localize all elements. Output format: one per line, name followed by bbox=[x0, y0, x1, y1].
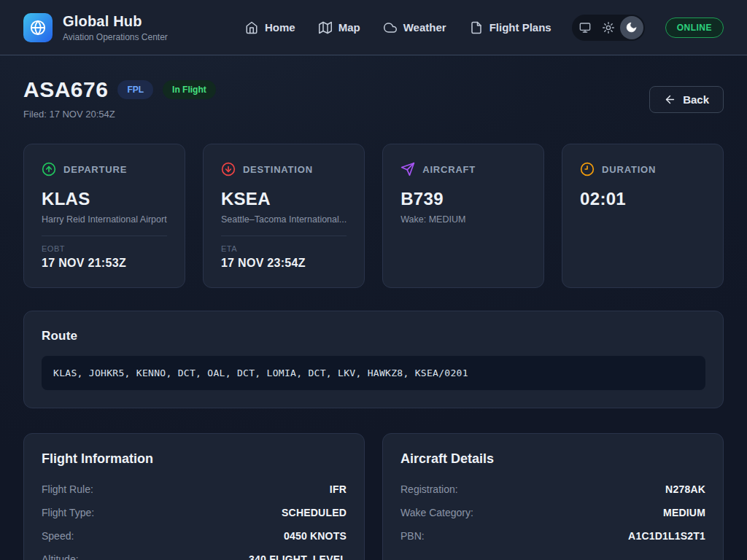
row-value: IFR bbox=[330, 483, 347, 497]
theme-dark-button[interactable] bbox=[620, 16, 643, 39]
flight-status-badge: In Flight bbox=[163, 80, 216, 99]
eta-label: ETA bbox=[221, 244, 347, 253]
row-label: Speed: bbox=[42, 529, 74, 543]
detail-row-registration: Registration: N278AK bbox=[400, 483, 705, 497]
destination-airport-code: KSEA bbox=[221, 189, 347, 209]
back-button[interactable]: Back bbox=[649, 86, 724, 113]
row-label: Registration: bbox=[400, 483, 458, 497]
header-right: Home Map Weather bbox=[245, 15, 724, 41]
aircraft-details-panel: Aircraft Details Registration: N278AK Wa… bbox=[382, 433, 724, 560]
title-row: ASA676 FPL In Flight bbox=[23, 77, 216, 102]
destination-card: DESTINATION KSEA Seattle–Tacoma Internat… bbox=[203, 144, 365, 288]
row-label: Wake Category: bbox=[400, 506, 473, 520]
home-icon bbox=[245, 21, 258, 34]
fpl-badge: FPL bbox=[117, 80, 153, 99]
arrow-up-circle-icon bbox=[42, 162, 56, 176]
nav-item-flight-plans[interactable]: Flight Plans bbox=[470, 21, 551, 34]
page-header: ASA676 FPL In Flight Filed: 17 NOV 20:54… bbox=[23, 77, 724, 120]
row-value: A1C1D1L1S2T1 bbox=[628, 529, 705, 543]
row-label: Flight Type: bbox=[42, 506, 94, 520]
sun-icon bbox=[603, 22, 614, 34]
eta-value: 17 NOV 23:54Z bbox=[221, 257, 347, 270]
app-subtitle: Aviation Operations Center bbox=[63, 32, 168, 42]
page-title-group: ASA676 FPL In Flight Filed: 17 NOV 20:54… bbox=[23, 77, 216, 120]
nav-item-weather[interactable]: Weather bbox=[384, 21, 446, 34]
card-header: AIRCRAFT bbox=[400, 162, 526, 176]
card-header: DURATION bbox=[580, 162, 705, 176]
brand: Global Hub Aviation Operations Center bbox=[23, 13, 168, 42]
arrow-left-icon bbox=[664, 93, 676, 106]
departure-card: DEPARTURE KLAS Harry Reid International … bbox=[23, 144, 185, 288]
clock-icon bbox=[580, 162, 595, 176]
detail-row-flight-rule: Flight Rule: IFR bbox=[42, 483, 347, 497]
flight-information-heading: Flight Information bbox=[42, 451, 347, 467]
card-label: DESTINATION bbox=[243, 164, 313, 175]
filed-timestamp: Filed: 17 NOV 20:54Z bbox=[23, 109, 216, 120]
nav-label: Weather bbox=[403, 21, 446, 34]
moon-icon bbox=[625, 21, 638, 34]
detail-row-pbn: PBN: A1C1D1L1S2T1 bbox=[400, 529, 705, 543]
detail-row-wake-category: Wake Category: MEDIUM bbox=[400, 506, 705, 520]
card-header: DESTINATION bbox=[221, 162, 347, 176]
row-value: 0450 KNOTS bbox=[284, 529, 347, 543]
aircraft-card: AIRCRAFT B739 Wake: MEDIUM bbox=[382, 144, 544, 288]
row-value: 340 FLIGHT_LEVEL bbox=[249, 553, 347, 560]
brand-text: Global Hub Aviation Operations Center bbox=[63, 13, 168, 42]
detail-row-altitude: Altitude: 340 FLIGHT_LEVEL bbox=[42, 553, 347, 560]
row-value: SCHEDULED bbox=[282, 506, 347, 520]
flight-plan-detail-page: ASA676 FPL In Flight Filed: 17 NOV 20:54… bbox=[0, 55, 747, 560]
route-section: Route KLAS, JOHKR5, KENNO, DCT, OAL, DCT… bbox=[23, 311, 724, 408]
monitor-icon bbox=[579, 22, 591, 34]
card-label: AIRCRAFT bbox=[422, 164, 476, 175]
destination-airport-name: Seattle–Tacoma International... bbox=[221, 214, 347, 225]
row-label: Flight Rule: bbox=[42, 483, 93, 497]
detail-panels: Flight Information Flight Rule: IFR Flig… bbox=[23, 433, 724, 560]
duration-card: DURATION 02:01 bbox=[562, 144, 724, 288]
arrow-down-circle-icon bbox=[221, 162, 236, 176]
nav-label: Flight Plans bbox=[489, 21, 551, 34]
aircraft-details-heading: Aircraft Details bbox=[400, 451, 705, 467]
divider bbox=[221, 236, 347, 236]
theme-toggle bbox=[572, 15, 645, 41]
theme-light-button[interactable] bbox=[597, 16, 620, 39]
divider bbox=[42, 236, 167, 236]
departure-airport-name: Harry Reid International Airport bbox=[42, 214, 167, 225]
aircraft-type: B739 bbox=[400, 189, 526, 209]
page-title: ASA676 bbox=[23, 77, 108, 102]
row-value: MEDIUM bbox=[663, 506, 705, 520]
flight-information-panel: Flight Information Flight Rule: IFR Flig… bbox=[23, 433, 365, 560]
online-status-badge: ONLINE bbox=[665, 18, 724, 38]
nav-label: Home bbox=[265, 21, 295, 34]
main-nav: Home Map Weather bbox=[245, 21, 551, 34]
aircraft-details-rows: Registration: N278AK Wake Category: MEDI… bbox=[400, 483, 705, 543]
map-icon bbox=[319, 21, 332, 34]
nav-item-map[interactable]: Map bbox=[319, 21, 360, 34]
route-string: KLAS, JOHKR5, KENNO, DCT, OAL, DCT, LOMI… bbox=[42, 356, 705, 390]
send-plane-icon bbox=[400, 162, 415, 176]
wake-category-note: Wake: MEDIUM bbox=[400, 214, 526, 225]
eobt-value: 17 NOV 21:53Z bbox=[42, 257, 167, 270]
summary-cards: DEPARTURE KLAS Harry Reid International … bbox=[23, 144, 724, 288]
top-navigation-bar: Global Hub Aviation Operations Center Ho… bbox=[0, 0, 747, 55]
nav-label: Map bbox=[338, 21, 360, 34]
detail-row-speed: Speed: 0450 KNOTS bbox=[42, 529, 347, 543]
detail-row-flight-type: Flight Type: SCHEDULED bbox=[42, 506, 347, 520]
app-title: Global Hub bbox=[63, 13, 168, 30]
duration-value: 02:01 bbox=[580, 189, 705, 209]
eobt-label: EOBT bbox=[42, 244, 167, 253]
card-label: DURATION bbox=[602, 164, 656, 175]
theme-system-button[interactable] bbox=[573, 16, 597, 39]
departure-airport-code: KLAS bbox=[42, 189, 167, 209]
route-heading: Route bbox=[42, 329, 705, 343]
row-value: N278AK bbox=[665, 483, 705, 497]
flight-information-rows: Flight Rule: IFR Flight Type: SCHEDULED … bbox=[42, 483, 347, 560]
back-button-label: Back bbox=[683, 93, 709, 106]
cloud-icon bbox=[384, 21, 397, 34]
document-icon bbox=[470, 21, 483, 34]
row-label: Altitude: bbox=[42, 553, 79, 560]
card-header: DEPARTURE bbox=[42, 162, 167, 176]
nav-item-home[interactable]: Home bbox=[245, 21, 295, 34]
card-label: DEPARTURE bbox=[63, 164, 127, 175]
row-label: PBN: bbox=[400, 529, 425, 543]
globe-logo-icon bbox=[23, 13, 53, 42]
